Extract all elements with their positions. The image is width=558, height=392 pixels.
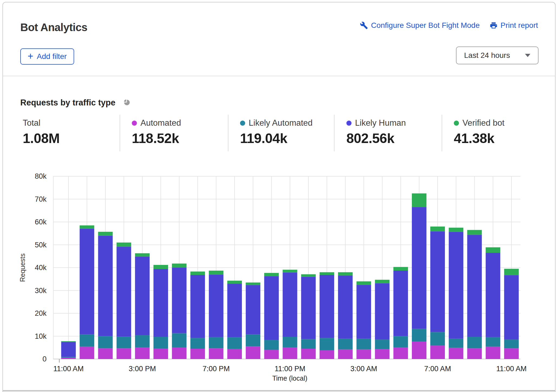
time-range-value: Last 24 hours xyxy=(464,51,510,60)
x-axis-tick-label: 3:00 AM xyxy=(350,365,377,373)
bar-segment xyxy=(283,337,297,348)
bar-segment xyxy=(61,358,76,359)
bar-segment xyxy=(338,275,353,339)
bar-segment xyxy=(301,349,316,359)
bar-segment xyxy=(172,347,186,359)
stat-total: Total1.08M xyxy=(23,118,60,146)
bar-segment xyxy=(338,272,353,275)
stat-label: Automated xyxy=(140,118,181,128)
x-axis-title: Time (local) xyxy=(272,374,307,382)
stat-divider xyxy=(334,115,334,151)
bar-segment xyxy=(449,228,463,232)
add-filter-label: Add filter xyxy=(37,52,67,61)
y-axis-tick-label: 20k xyxy=(35,309,47,317)
y-axis-tick-label: 80k xyxy=(35,172,47,180)
bar-segment xyxy=(264,273,279,276)
y-axis-tick-label: 70k xyxy=(35,195,47,203)
configure-super-bot-fight-mode-link[interactable]: Configure Super Bot Fight Mode xyxy=(360,21,480,30)
legend-dot xyxy=(132,121,137,126)
bar-segment xyxy=(264,350,279,359)
stat-divider xyxy=(442,115,442,151)
configure-link-label: Configure Super Bot Fight Mode xyxy=(371,21,480,30)
stat-value: 41.38k xyxy=(454,131,504,146)
bar-segment xyxy=(246,283,260,285)
legend-dot xyxy=(240,121,245,126)
bar-segment xyxy=(135,253,150,257)
stat-value: 118.52k xyxy=(132,131,181,146)
stat-label: Verified bot xyxy=(462,118,504,128)
bar-segment xyxy=(356,350,371,359)
bar-segment xyxy=(80,334,94,347)
bar-segment xyxy=(356,281,371,285)
y-axis-tick-label: 60k xyxy=(35,218,47,226)
y-axis-tick-label: 0 xyxy=(42,355,47,363)
bar-segment xyxy=(393,348,408,359)
bar-segment xyxy=(356,285,371,338)
x-axis-tick-label: 7:00 PM xyxy=(202,365,230,373)
stat-verified-bot: Verified bot41.38k xyxy=(454,118,504,146)
bar-segment xyxy=(449,232,463,338)
y-axis-title: Requests xyxy=(19,253,26,282)
legend-dot xyxy=(346,121,352,126)
bar-segment xyxy=(430,332,445,346)
print-link-label: Print report xyxy=(501,21,538,30)
bar-segment xyxy=(61,342,76,357)
stat-likely-automated: Likely Automated119.04k xyxy=(240,118,313,146)
bar-segment xyxy=(117,348,131,359)
bar-segment xyxy=(227,281,242,284)
bar-segment xyxy=(98,232,113,235)
stat-divider xyxy=(228,115,228,151)
x-axis-tick-label: 11:00 AM xyxy=(53,365,84,373)
pie-chart-icon xyxy=(123,99,131,107)
bar-segment xyxy=(467,230,482,235)
bar-segment xyxy=(467,348,482,359)
requests-by-traffic-type-chart: 010k20k30k40k50k60k70k80kRequests11:00 A… xyxy=(0,157,558,387)
bar-segment xyxy=(301,339,316,348)
bar-segment xyxy=(61,341,76,342)
page-title: Bot Analytics xyxy=(20,21,87,34)
y-axis-tick-label: 30k xyxy=(35,287,47,295)
bar-segment xyxy=(430,346,445,359)
bar-segment xyxy=(191,275,205,338)
bar-segment xyxy=(117,242,131,247)
add-filter-button[interactable]: + Add filter xyxy=(20,48,74,65)
bar-segment xyxy=(209,271,224,274)
bar-segment xyxy=(98,336,113,348)
header-divider xyxy=(3,76,555,76)
bar-segment xyxy=(153,269,168,337)
bar-segment xyxy=(172,268,186,333)
bar-segment xyxy=(301,277,316,339)
y-axis-tick-label: 40k xyxy=(35,264,47,272)
bar-segment xyxy=(246,347,260,359)
bar-segment xyxy=(430,227,445,231)
bar-segment xyxy=(264,340,279,350)
bar-segment xyxy=(80,229,94,334)
bar-segment xyxy=(375,340,390,349)
bar-segment xyxy=(412,329,426,341)
time-range-select[interactable]: Last 24 hours xyxy=(456,46,539,64)
stat-label: Total xyxy=(23,118,40,128)
print-report-link[interactable]: Print report xyxy=(490,21,538,30)
bar-segment xyxy=(283,270,297,273)
bar-segment xyxy=(301,274,316,277)
bar-segment xyxy=(153,265,168,269)
stat-value: 802.56k xyxy=(346,131,406,146)
bar-segment xyxy=(135,348,150,359)
bar-segment xyxy=(430,231,445,332)
bar-segment xyxy=(356,339,371,350)
bar-segment xyxy=(412,342,426,359)
bar-segment xyxy=(153,337,168,348)
bar-segment xyxy=(393,271,408,336)
header-links: Configure Super Bot Fight Mode Print rep… xyxy=(360,21,538,30)
bar-segment xyxy=(375,280,390,283)
bar-segment xyxy=(209,348,224,359)
bar-segment xyxy=(320,272,334,275)
bar-segment xyxy=(504,348,519,359)
bottom-divider xyxy=(3,390,555,391)
bar-segment xyxy=(486,347,500,359)
wrench-icon xyxy=(360,21,368,29)
x-axis-tick-label: 7:00 AM xyxy=(424,365,451,373)
bar-segment xyxy=(320,350,334,359)
bar-segment xyxy=(209,337,224,348)
bar-segment xyxy=(320,338,334,350)
